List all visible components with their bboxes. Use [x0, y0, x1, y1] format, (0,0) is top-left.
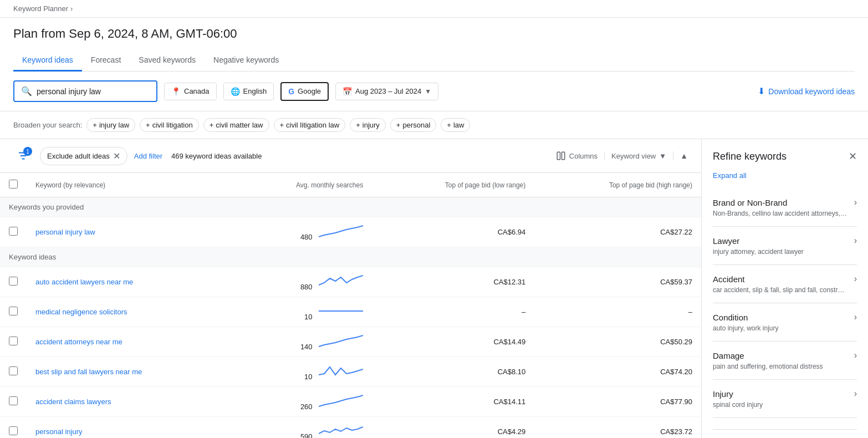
toolbar-right: Columns Keyword view ▼ ▲ — [556, 151, 688, 161]
exclude-adult-chip[interactable]: Exclude adult ideas ✕ — [40, 147, 127, 165]
col-keyword[interactable]: Keyword (by relevance) — [27, 173, 232, 197]
refine-chevron-icon-2: › — [854, 274, 857, 284]
breadcrumb[interactable]: Keyword Planner › — [13, 4, 855, 13]
row-checkbox[interactable] — [0, 357, 27, 387]
row-keyword[interactable]: personal injury — [27, 417, 232, 439]
refine-item-2[interactable]: Accident › car accident, slip & fall, sl… — [713, 265, 857, 303]
refine-item-header-4: Damage › — [713, 350, 857, 360]
exclude-close-icon[interactable]: ✕ — [113, 151, 120, 161]
broaden-chip-5[interactable]: + personal — [390, 118, 436, 132]
give-feedback-button[interactable]: 💬 Give feedback — [713, 429, 857, 438]
language-icon: 🌐 — [231, 87, 240, 96]
breadcrumb-link[interactable]: Keyword Planner — [13, 4, 68, 13]
row-low-bid: CA$14.49 — [372, 327, 534, 357]
broaden-chip-3[interactable]: + civil litigation law — [274, 118, 346, 132]
broaden-chip-6[interactable]: + law — [441, 118, 470, 132]
search-engine-filter[interactable]: G Google — [280, 82, 329, 101]
plus-icon-2: + — [210, 121, 214, 129]
row-keyword[interactable]: accident claims lawyers — [27, 387, 232, 417]
location-filter[interactable]: 📍 Canada — [164, 83, 217, 100]
select-all-checkbox[interactable] — [9, 180, 18, 189]
plus-icon-1: + — [146, 121, 150, 129]
col-checkbox[interactable] — [0, 173, 27, 197]
date-range-filter[interactable]: 📅 Aug 2023 – Jul 2024 ▼ — [335, 83, 438, 100]
tab-keyword-ideas[interactable]: Keyword ideas — [13, 50, 82, 72]
row-keyword[interactable]: best slip and fall lawyers near me — [27, 357, 232, 387]
top-bar: Keyword Planner › — [0, 0, 868, 18]
plus-icon-6: + — [447, 121, 451, 129]
refine-item-0[interactable]: Brand or Non-Brand › Non-Brands, cellino… — [713, 189, 857, 227]
row-low-bid: – — [372, 297, 534, 327]
row-checkbox[interactable] — [0, 267, 27, 297]
search-box[interactable]: 🔍 — [13, 80, 157, 102]
main-content: 1 Exclude adult ideas ✕ Add filter 469 k… — [0, 139, 868, 438]
broaden-chip-4[interactable]: + injury — [350, 118, 386, 132]
refine-item-1[interactable]: Lawyer › injury attorney, accident lawye… — [713, 227, 857, 265]
search-bar-area: 🔍 📍 Canada 🌐 English G Google 📅 Aug 2023… — [0, 72, 868, 111]
refine-chevron-icon-0: › — [854, 197, 857, 207]
row-checkbox[interactable] — [0, 327, 27, 357]
row-checkbox[interactable] — [0, 387, 27, 417]
page-header: Plan from Sep 6, 2024, 8 AM, GMT-06:00 K… — [0, 18, 868, 72]
broaden-chip-label-1: civil litigation — [152, 121, 193, 129]
svg-rect-1 — [561, 152, 564, 160]
refine-item-4[interactable]: Damage › pain and suffering, emotional d… — [713, 342, 857, 380]
tab-negative-keywords[interactable]: Negative keywords — [205, 50, 288, 72]
section-label-0: Keywords you provided — [0, 197, 701, 217]
refine-item-3[interactable]: Condition › auto injury, work injury — [713, 303, 857, 342]
filter-icon-button[interactable]: 1 — [13, 146, 33, 166]
row-keyword[interactable]: personal injury law — [27, 217, 232, 247]
row-checkbox[interactable] — [0, 217, 27, 247]
keyword-count: 469 keyword ideas available — [171, 152, 262, 160]
row-keyword[interactable]: medical negligence solicitors — [27, 297, 232, 327]
table-row: medical negligence solicitors 10 – – — [0, 297, 701, 327]
row-keyword[interactable]: accident attorneys near me — [27, 327, 232, 357]
language-filter[interactable]: 🌐 English — [223, 83, 274, 100]
collapse-button[interactable]: ▲ — [673, 151, 688, 160]
refine-item-title-3: Condition — [713, 313, 748, 322]
refine-chevron-icon-4: › — [854, 350, 857, 360]
broaden-chip-label-5: personal — [402, 121, 430, 129]
download-button[interactable]: ⬇ Download keyword ideas — [758, 86, 855, 96]
broaden-chip-1[interactable]: + civil litigation — [140, 118, 199, 132]
row-high-bid: CA$59.37 — [534, 267, 701, 297]
refine-close-button[interactable]: ✕ — [849, 150, 857, 162]
refine-item-title-4: Damage — [713, 351, 744, 360]
svg-rect-0 — [557, 152, 560, 160]
columns-button[interactable]: Columns — [556, 151, 598, 161]
broaden-chip-label-4: injury — [362, 121, 380, 129]
broaden-chip-0[interactable]: + injury law — [86, 118, 135, 132]
row-low-bid: CA$12.31 — [372, 267, 534, 297]
refine-item-subtitle-5: spinal cord injury — [713, 401, 857, 409]
expand-all-button[interactable]: Expand all — [713, 171, 857, 180]
col-avg-searches[interactable]: Avg. monthly searches — [232, 173, 372, 197]
row-keyword[interactable]: auto accident lawyers near me — [27, 267, 232, 297]
broaden-search-area: Broaden your search: + injury law + civi… — [0, 111, 868, 139]
tab-saved-keywords[interactable]: Saved keywords — [130, 50, 205, 72]
row-high-bid: CA$74.20 — [534, 357, 701, 387]
date-range-label: Aug 2023 – Jul 2024 — [355, 87, 421, 95]
refine-item-subtitle-3: auto injury, work injury — [713, 324, 857, 332]
broaden-chip-2[interactable]: + civil matter law — [203, 118, 269, 132]
filter-badge: 1 — [23, 147, 32, 156]
broaden-chip-label-0: injury law — [99, 121, 129, 129]
row-avg-searches: 880 — [232, 267, 372, 297]
row-avg-searches: 260 — [232, 387, 372, 417]
collapse-icon: ▲ — [680, 151, 688, 160]
refine-item-5[interactable]: Injury › spinal cord injury — [713, 380, 857, 418]
tab-forecast[interactable]: Forecast — [82, 50, 130, 72]
columns-icon — [556, 151, 566, 161]
col-high-bid[interactable]: Top of page bid (high range) — [534, 173, 701, 197]
refine-item-subtitle-0: Non-Brands, cellino law accident attorne… — [713, 210, 857, 217]
row-checkbox[interactable] — [0, 297, 27, 327]
plus-icon-3: + — [280, 121, 284, 129]
search-input[interactable] — [37, 87, 147, 96]
row-checkbox[interactable] — [0, 417, 27, 439]
refine-chevron-icon-5: › — [854, 389, 857, 399]
location-icon: 📍 — [171, 87, 181, 96]
add-filter-button[interactable]: Add filter — [134, 152, 162, 160]
col-low-bid[interactable]: Top of page bid (low range) — [372, 173, 534, 197]
search-icon: 🔍 — [21, 86, 32, 96]
keyword-view-button[interactable]: Keyword view ▼ — [604, 152, 666, 160]
download-label: Download keyword ideas — [768, 87, 855, 96]
